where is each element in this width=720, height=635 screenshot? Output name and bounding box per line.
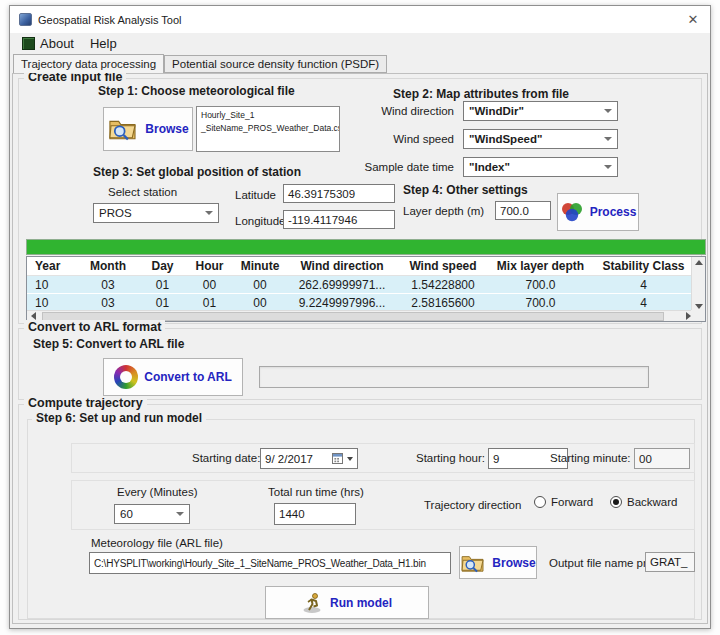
about-icon: [22, 37, 35, 50]
weather-data-table: Year Month Day Hour Minute Wind directio…: [26, 256, 706, 322]
process-label: Process: [590, 205, 637, 219]
starting-minute-label: Starting minute:: [550, 452, 631, 464]
tab-page: Create input file Step 1: Choose meteoro…: [12, 73, 708, 624]
step2-heading: Step 2: Map attributes from file: [393, 87, 569, 101]
runner-icon: [302, 592, 324, 614]
step3-heading: Step 3: Set global position of station: [93, 165, 301, 179]
sample-datetime-combo[interactable]: "Index": [463, 157, 618, 177]
step6-heading: Step 6: Set up and run model: [32, 411, 206, 425]
backward-radio-icon: [610, 496, 622, 508]
convert-progress-bar: [259, 366, 649, 388]
output-prefix-field[interactable]: GRAT_: [645, 552, 695, 572]
run-model-button[interactable]: Run model: [265, 586, 429, 619]
table-vertical-scrollbar[interactable]: [691, 257, 705, 312]
menu-bar: About Help: [10, 33, 710, 54]
sample-datetime-label: Sample date time: [349, 161, 454, 173]
browse-met-file-button[interactable]: Browse: [103, 107, 193, 151]
calendar-icon: [332, 453, 343, 464]
starting-date-label: Starting date:: [192, 452, 260, 464]
wind-direction-label: Wind direction: [349, 105, 454, 117]
convert-to-arl-button[interactable]: Convert to ARL: [103, 358, 243, 396]
longitude-label: Longitude: [235, 215, 286, 227]
tab-strip: Trajectory data processing Potential sou…: [10, 54, 710, 73]
window-title: Geospatial Risk Analysis Tool: [38, 14, 181, 26]
table-row[interactable]: 10 03 01 00 00 262.69999971... 1.5422880…: [27, 276, 705, 294]
radio-backward[interactable]: Backward: [610, 496, 678, 508]
forward-radio-icon: [534, 496, 546, 508]
start-time-panel: Starting date: 9/ 2/2017 Starting hour:: [71, 443, 695, 473]
starting-hour-label: Starting hour:: [416, 452, 485, 464]
app-icon: [19, 13, 32, 26]
layer-depth-label: Layer depth (m): [403, 205, 484, 217]
run-settings-panel: Every (Minutes) 60 Total run time (hrs) …: [71, 480, 695, 530]
met-file-line2: _SiteName_PROS_Weather_Data.csv: [201, 122, 335, 135]
tab-trajectory-data-processing[interactable]: Trajectory data processing: [13, 54, 164, 73]
wind-speed-label: Wind speed: [349, 133, 454, 145]
met-arl-file-label: Meteorology file (ARL file): [91, 537, 223, 549]
import-progress-bar: [26, 239, 706, 255]
every-minutes-label: Every (Minutes): [117, 486, 198, 498]
close-button[interactable]: ✕: [676, 6, 710, 33]
met-arl-file-path-field[interactable]: C:\HYSPLIT\working\Hourly_Site_1_SiteNam…: [89, 552, 451, 574]
step4-heading: Step 4: Other settings: [403, 183, 528, 197]
wind-direction-combo[interactable]: "WindDir": [463, 101, 618, 121]
radio-forward[interactable]: Forward: [534, 496, 593, 508]
group-title-convert: Convert to ARL format: [24, 320, 165, 334]
convert-to-arl-label: Convert to ARL: [144, 370, 232, 384]
scrollbar-corner: [691, 310, 705, 321]
title-bar: Geospatial Risk Analysis Tool ✕: [10, 6, 710, 33]
latitude-label: Latitude: [235, 189, 276, 201]
total-run-time-field[interactable]: 1440: [274, 503, 356, 525]
table-header-row[interactable]: Year Month Day Hour Minute Wind directio…: [27, 257, 705, 276]
met-file-name-box[interactable]: Hourly_Site_1 _SiteName_PROS_Weather_Dat…: [196, 106, 340, 152]
select-station-label: Select station: [108, 186, 177, 198]
every-minutes-combo[interactable]: 60: [114, 504, 190, 524]
latitude-field[interactable]: 46.39175309: [283, 184, 395, 203]
trajectory-direction-label: Trajectory direction: [424, 499, 521, 511]
menu-about[interactable]: About: [14, 35, 82, 52]
met-file-line1: Hourly_Site_1: [201, 109, 335, 122]
browse-arl-file-label: Browse: [492, 556, 535, 570]
menu-help[interactable]: Help: [82, 35, 125, 52]
folder-search-icon: [460, 553, 486, 573]
folder-search-icon: [107, 117, 139, 141]
tab-psdf[interactable]: Potential source density function (PSDF): [164, 55, 387, 73]
color-ring-icon: [114, 365, 138, 389]
app-window: Geospatial Risk Analysis Tool ✕ About He…: [9, 5, 711, 629]
station-combo[interactable]: PROS: [93, 203, 219, 223]
scroll-down-icon[interactable]: [695, 304, 703, 309]
total-run-time-label: Total run time (hrs): [268, 486, 364, 498]
browse-arl-file-button[interactable]: Browse: [459, 546, 537, 579]
scroll-left-icon: [31, 312, 36, 320]
run-model-label: Run model: [330, 596, 392, 610]
group-create-input-file: Create input file Step 1: Choose meteoro…: [18, 78, 702, 324]
scroll-up-icon[interactable]: [695, 260, 703, 265]
group-title-compute: Compute trajectory: [24, 396, 147, 410]
longitude-field[interactable]: -119.4117946: [283, 210, 395, 229]
browse-met-file-label: Browse: [145, 122, 188, 136]
group-compute-trajectory: Compute trajectory Step 6: Set up and ru…: [18, 404, 702, 620]
starting-minute-field[interactable]: 00: [634, 448, 690, 469]
step5-heading: Step 5: Convert to ARL file: [33, 337, 184, 351]
date-dropdown-caret-icon: [347, 457, 353, 461]
group-convert-arl: Convert to ARL format Step 5: Convert to…: [18, 328, 702, 400]
wind-speed-combo[interactable]: "WindSpeed": [463, 129, 618, 149]
step1-heading: Step 1: Choose meteorological file: [98, 84, 295, 98]
process-button[interactable]: Process: [557, 193, 639, 231]
layer-depth-field[interactable]: 700.0: [495, 201, 551, 220]
process-circles-icon: [560, 201, 584, 223]
starting-date-picker[interactable]: 9/ 2/2017: [260, 448, 358, 469]
